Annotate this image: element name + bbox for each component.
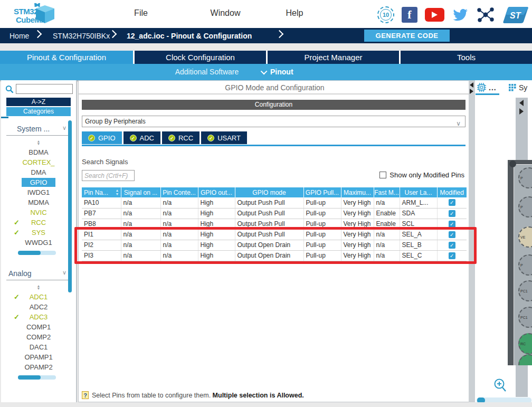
pinout-horizontal-scrollbar[interactable]	[477, 397, 531, 402]
sidebar-item-dma[interactable]: DMA	[6, 167, 71, 177]
signals-search-input[interactable]	[82, 170, 135, 181]
sidebar-item-iwdg1[interactable]: IWDG1	[6, 187, 71, 197]
table-row-pa10[interactable]: PA10n/an/aHighOutput Push PullPull-upVer…	[82, 197, 467, 208]
sidebar-item-wwdg1[interactable]: WWDG1	[6, 238, 71, 248]
twitter-icon[interactable]	[452, 8, 469, 22]
table-row-pi1[interactable]: PI1n/an/aHighOutput Push PullPull-upVery…	[82, 229, 467, 240]
collapse-left-icon[interactable]	[519, 100, 524, 106]
section-scroll-indicator[interactable]	[18, 375, 56, 380]
sort-toggle-icon[interactable]: ▲▼	[6, 285, 71, 290]
panel-splitter[interactable]	[469, 80, 475, 402]
column-header[interactable]: Fast M...	[374, 187, 400, 197]
group-by-select[interactable]: Group By Peripherals ∨	[82, 116, 466, 127]
pinout-menu-button[interactable]: Pinout	[262, 68, 293, 76]
collapse-right-icon[interactable]	[519, 108, 524, 115]
sidebar-item-label: IWDG1	[27, 188, 50, 196]
top-menu-bar: STM32 CubeMX File Window Help 10 f	[0, 0, 532, 28]
sidebar-scrollbar[interactable]	[68, 120, 72, 292]
table-row-pi3[interactable]: PI3n/an/aHighOutput Open DrainPull-upVer…	[82, 250, 467, 261]
sidebar-item-cortex[interactable]: CORTEX_	[6, 157, 71, 167]
column-header[interactable]: Pin Na...▲▼	[82, 187, 121, 197]
sidebar-item-dac1[interactable]: DAC1	[6, 342, 71, 352]
table-cell: n/a	[374, 197, 400, 208]
menu-file[interactable]: File	[134, 8, 148, 18]
sidebar-item-opamp1[interactable]: OPAMP1	[6, 352, 71, 362]
mcu-package-view[interactable]: PPVEPPC1PC1RC	[508, 160, 532, 365]
sidebar-item-mdma[interactable]: MDMA	[6, 197, 71, 207]
sidebar-item-gpio[interactable]: GPIO	[6, 177, 71, 187]
sort-arrows-icon[interactable]: ▲▼	[116, 188, 119, 196]
checkbox-checked-icon[interactable]: ✓	[449, 231, 455, 238]
section-header-analog[interactable]: Analog∨	[6, 269, 71, 278]
tab-tools[interactable]: Tools	[399, 51, 532, 64]
column-header[interactable]: Signal on ...	[121, 187, 160, 197]
column-header[interactable]: GPIO mode	[235, 187, 303, 197]
st-community-icon[interactable]	[476, 6, 495, 24]
sort-az-tab[interactable]: A->Z	[6, 98, 71, 106]
peripheral-tab-gpio[interactable]: ✓GPIO	[82, 131, 122, 144]
sidebar-item-adc2[interactable]: ADC2	[6, 302, 71, 312]
categories-tab[interactable]: Categories	[6, 107, 71, 116]
sidebar-item-sys[interactable]: ✓SYS	[6, 228, 71, 238]
sidebar-item-adc3[interactable]: ✓ADC3	[6, 312, 71, 322]
table-row-pb7[interactable]: PB7n/an/aHighOutput Push PullPull-upVery…	[82, 208, 467, 219]
sidebar-item-comp1[interactable]: COMP1	[6, 322, 71, 332]
show-modified-filter[interactable]: Show only Modified Pins	[379, 171, 464, 179]
checkbox-unchecked-icon[interactable]	[379, 172, 386, 178]
chip-view-tab[interactable]: ...	[477, 83, 497, 92]
sidebar-item-bdma[interactable]: BDMA	[6, 147, 71, 157]
checkbox-checked-icon[interactable]: ✓	[449, 252, 455, 259]
sidebar-item-comp2[interactable]: COMP2	[6, 332, 71, 342]
breadcrumb-home[interactable]: Home	[10, 32, 29, 40]
additional-software-button[interactable]: Additional Software	[175, 68, 239, 76]
sidebar-item-nvic[interactable]: NVIC	[6, 207, 71, 217]
column-header[interactable]: Pin Conte...	[160, 187, 198, 197]
section-scroll-indicator[interactable]	[18, 251, 56, 255]
youtube-icon[interactable]	[425, 8, 444, 22]
breadcrumb-mcu[interactable]: STM32H750IBKx	[53, 32, 110, 40]
facebook-icon[interactable]: f	[402, 7, 417, 23]
peripheral-tab-usart[interactable]: ✓USART	[201, 131, 247, 144]
sidebar-item-opamp2[interactable]: OPAMP2	[6, 362, 71, 372]
column-header[interactable]: GPIO Pull...	[303, 187, 341, 197]
peripheral-tab-rcc[interactable]: ✓RCC	[162, 131, 200, 144]
menu-help[interactable]: Help	[286, 8, 303, 18]
tab-project-manager[interactable]: Project Manager	[266, 51, 399, 64]
column-header[interactable]: GPIO out...	[198, 187, 235, 197]
tab-pinout-configuration[interactable]: Pinout & Configuration	[0, 51, 133, 64]
zoom-in-icon[interactable]	[493, 378, 508, 394]
table-cell: n/a	[160, 250, 198, 261]
table-row-pb8[interactable]: PB8n/an/aHighOutput Push PullPull-upVery…	[82, 219, 467, 229]
generate-code-button[interactable]: GENERATE CODE	[364, 30, 450, 42]
sidebar-search-input[interactable]	[16, 84, 73, 94]
column-header[interactable]: Modified	[437, 187, 467, 197]
ten-years-badge-icon[interactable]: 10	[377, 6, 394, 23]
collapse-right-icon[interactable]	[470, 89, 473, 94]
st-logo[interactable]: ST	[502, 5, 529, 24]
system-view-tab[interactable]: Sy	[509, 83, 527, 92]
section-header-system[interactable]: System ...∨	[6, 125, 71, 133]
peripheral-tab-adc[interactable]: ✓ADC	[124, 131, 160, 144]
sidebar-item-rcc[interactable]: ✓RCC	[6, 217, 71, 228]
column-header[interactable]: User La...	[400, 187, 437, 197]
stm32cubemx-logo: STM32 CubeMX	[4, 2, 62, 26]
panel-title: GPIO Mode and Configuration	[79, 81, 471, 94]
breadcrumb-project[interactable]: 12_adc.ioc - Pinout & Configuration	[127, 32, 252, 40]
column-header[interactable]: Maximu...	[341, 187, 374, 197]
table-cell: Output Push Pull	[235, 229, 303, 240]
table-cell: n/a	[374, 250, 400, 261]
table-row-pi2[interactable]: PI2n/an/aHighOutput Open DrainPull-upVer…	[82, 240, 467, 250]
configured-check-icon: ✓	[88, 135, 95, 141]
sort-toggle-icon[interactable]: ▲▼	[6, 140, 71, 145]
checkbox-checked-icon[interactable]: ✓	[449, 210, 455, 217]
checkbox-checked-icon[interactable]: ✓	[449, 242, 455, 249]
menu-window[interactable]: Window	[211, 8, 241, 18]
checkbox-checked-icon[interactable]: ✓	[449, 221, 455, 228]
table-cell: Pull-up	[303, 208, 341, 219]
collapse-left-icon[interactable]	[470, 82, 473, 88]
table-cell: Very High	[341, 208, 374, 219]
checkbox-checked-icon[interactable]: ✓	[449, 199, 455, 206]
scrollbar-thumb[interactable]	[477, 397, 485, 402]
tab-clock-configuration[interactable]: Clock Configuration	[133, 51, 266, 64]
sidebar-item-adc1[interactable]: ✓ADC1	[6, 292, 71, 302]
